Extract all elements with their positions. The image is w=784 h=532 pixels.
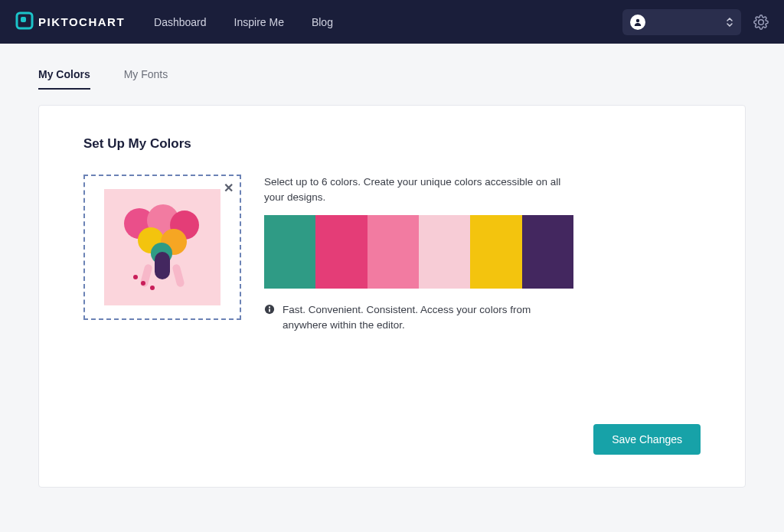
main-nav: Dashboard Inspire Me Blog	[154, 16, 333, 28]
header-right	[622, 9, 769, 35]
svg-point-2	[636, 18, 639, 21]
image-upload-area[interactable]: ✕	[83, 175, 241, 320]
color-swatch-3[interactable]	[368, 215, 419, 289]
info-icon	[264, 302, 275, 319]
nav-dashboard[interactable]: Dashboard	[154, 16, 207, 28]
color-swatches	[264, 215, 573, 289]
panel-content: ✕ Select up to 6 co	[83, 175, 701, 333]
color-swatch-5[interactable]	[470, 215, 521, 289]
color-config-column: Select up to 6 colors. Create your uniqu…	[264, 175, 578, 333]
chevron-up-down-icon	[726, 17, 733, 28]
color-swatch-6[interactable]	[522, 215, 573, 289]
user-avatar	[630, 15, 645, 30]
color-swatch-1[interactable]	[264, 215, 315, 289]
tab-my-colors[interactable]: My Colors	[38, 68, 90, 90]
preview-image	[104, 189, 220, 305]
settings-button[interactable]	[753, 15, 769, 30]
svg-rect-1	[21, 17, 26, 22]
close-icon[interactable]: ✕	[224, 181, 234, 195]
settings-tabs: My Colors My Fonts	[0, 44, 784, 90]
gear-icon	[753, 15, 769, 30]
svg-rect-5	[269, 308, 270, 312]
color-settings-panel: Set Up My Colors ✕	[38, 105, 746, 488]
brand-name: PIKTOCHART	[38, 15, 125, 28]
brand-logo[interactable]: PIKTOCHART	[15, 11, 125, 33]
panel-description: Select up to 6 colors. Create your uniqu…	[264, 175, 578, 206]
info-note: Fast. Convenient. Consistent. Access you…	[264, 302, 578, 334]
info-text: Fast. Convenient. Consistent. Access you…	[283, 302, 578, 334]
app-header: PIKTOCHART Dashboard Inspire Me Blog	[0, 0, 784, 44]
color-swatch-4[interactable]	[419, 215, 470, 289]
color-swatch-2[interactable]	[315, 215, 367, 289]
tab-my-fonts[interactable]: My Fonts	[124, 68, 168, 90]
panel-title: Set Up My Colors	[83, 136, 701, 152]
nav-inspire-me[interactable]: Inspire Me	[234, 16, 284, 28]
save-changes-button[interactable]: Save Changes	[593, 424, 701, 455]
svg-point-4	[269, 306, 270, 308]
nav-blog[interactable]: Blog	[312, 16, 333, 28]
user-menu-dropdown[interactable]	[622, 9, 741, 35]
logo-icon	[15, 11, 34, 33]
